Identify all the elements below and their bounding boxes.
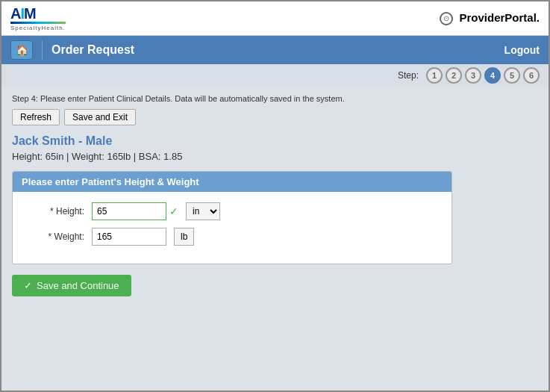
step-5[interactable]: 5 (504, 67, 520, 84)
weight-unit-label: lb (174, 228, 194, 246)
save-continue-check-icon: ✓ (24, 280, 32, 291)
steps-label: Step: (398, 70, 419, 81)
height-valid-icon: ✓ (169, 205, 178, 217)
step-6[interactable]: 6 (523, 67, 540, 84)
logo-underline (10, 22, 66, 24)
refresh-button[interactable]: Refresh (12, 109, 60, 125)
height-input-group: ✓ (92, 202, 178, 220)
weight-label: * Weight: (25, 231, 84, 242)
specialty-text: SpecialtyHealth. (10, 25, 66, 31)
weight-input[interactable] (92, 228, 166, 246)
action-buttons: Refresh Save and Exit (12, 109, 538, 125)
patient-name: Jack Smith - Male (12, 134, 538, 148)
logout-button[interactable]: Logout (504, 44, 540, 56)
logo: AIM SpecialtyHealth. (10, 6, 66, 31)
provider-icon: ⊙ (440, 12, 453, 25)
save-continue-button[interactable]: ✓ Save and Continue (12, 275, 131, 296)
navbar-left: 🏠 Order Request (10, 40, 134, 60)
height-input[interactable] (92, 202, 166, 220)
nav-title: Order Request (51, 43, 134, 57)
steps-bar: Step: 1 2 3 4 5 6 (1, 64, 549, 87)
content: Step 4: Please enter Patient Clinical De… (1, 87, 549, 391)
step-1[interactable]: 1 (426, 67, 443, 84)
form-card: Please enter Patient's Height & Weight *… (12, 171, 452, 264)
step-description: Step 4: Please enter Patient Clinical De… (12, 94, 538, 103)
navbar: 🏠 Order Request Logout (1, 36, 549, 64)
save-continue-label: Save and Continue (37, 280, 119, 291)
step-4[interactable]: 4 (484, 67, 501, 84)
step-3[interactable]: 3 (465, 67, 481, 84)
provider-portal-label: ⊙ ProviderPortal. (440, 11, 540, 25)
height-row: * Height: ✓ in cm (25, 202, 440, 220)
save-exit-button[interactable]: Save and Exit (64, 109, 136, 125)
weight-row: * Weight: lb (25, 228, 440, 246)
divider (42, 40, 43, 60)
home-icon: 🏠 (16, 44, 28, 56)
form-card-body: * Height: ✓ in cm * Weight: lb (13, 192, 451, 264)
patient-stats: Height: 65in | Weight: 165lb | BSA: 1.85 (12, 151, 538, 162)
height-unit-select[interactable]: in cm (186, 202, 220, 220)
form-card-header: Please enter Patient's Height & Weight (13, 172, 451, 192)
aim-logo-text: AIM (10, 6, 36, 21)
height-label: * Height: (25, 206, 84, 217)
header: AIM SpecialtyHealth. ⊙ ProviderPortal. (1, 1, 549, 36)
step-2[interactable]: 2 (446, 67, 462, 84)
home-button[interactable]: 🏠 (10, 40, 33, 60)
